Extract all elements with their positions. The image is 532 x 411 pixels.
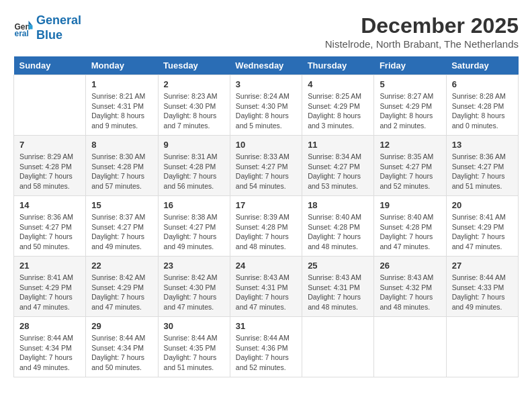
day-info: Sunrise: 8:43 AMSunset: 4:32 PMDaylight:… <box>380 273 440 312</box>
day-info: Sunrise: 8:41 AMSunset: 4:29 PMDaylight:… <box>19 273 80 312</box>
day-cell: 19Sunrise: 8:40 AMSunset: 4:28 PMDayligh… <box>374 196 446 257</box>
day-number: 9 <box>164 140 224 150</box>
day-number: 23 <box>164 261 224 271</box>
day-info: Sunrise: 8:35 AMSunset: 4:27 PMDaylight:… <box>380 152 440 191</box>
day-cell <box>14 75 86 136</box>
day-info: Sunrise: 8:41 AMSunset: 4:29 PMDaylight:… <box>452 212 513 252</box>
day-info: Sunrise: 8:25 AMSunset: 4:29 PMDaylight:… <box>308 91 368 131</box>
day-cell: 2Sunrise: 8:23 AMSunset: 4:30 PMDaylight… <box>158 75 230 136</box>
day-cell: 4Sunrise: 8:25 AMSunset: 4:29 PMDaylight… <box>302 75 374 136</box>
day-info: Sunrise: 8:43 AMSunset: 4:31 PMDaylight:… <box>236 273 296 312</box>
day-cell: 8Sunrise: 8:30 AMSunset: 4:28 PMDaylight… <box>86 136 158 196</box>
day-info: Sunrise: 8:42 AMSunset: 4:30 PMDaylight:… <box>164 273 224 312</box>
day-cell: 23Sunrise: 8:42 AMSunset: 4:30 PMDayligh… <box>158 257 230 317</box>
day-number: 1 <box>91 79 152 89</box>
day-number: 22 <box>91 261 152 271</box>
day-info: Sunrise: 8:40 AMSunset: 4:28 PMDaylight:… <box>380 212 440 252</box>
day-cell: 10Sunrise: 8:33 AMSunset: 4:27 PMDayligh… <box>230 136 302 196</box>
week-row-5: 28Sunrise: 8:44 AMSunset: 4:34 PMDayligh… <box>14 317 519 377</box>
day-number: 16 <box>164 200 224 210</box>
day-info: Sunrise: 8:40 AMSunset: 4:28 PMDaylight:… <box>308 212 368 252</box>
page-header: Gen eral General Blue December 2025 Nist… <box>13 13 519 50</box>
day-cell: 6Sunrise: 8:28 AMSunset: 4:28 PMDaylight… <box>446 75 518 136</box>
day-number: 7 <box>19 140 80 150</box>
logo: Gen eral General Blue <box>13 13 81 42</box>
day-cell <box>374 317 446 377</box>
day-number: 6 <box>452 79 513 89</box>
day-info: Sunrise: 8:44 AMSunset: 4:34 PMDaylight:… <box>19 333 80 373</box>
day-cell: 17Sunrise: 8:39 AMSunset: 4:28 PMDayligh… <box>230 196 302 257</box>
day-cell <box>446 317 518 377</box>
header-tuesday: Tuesday <box>158 56 230 75</box>
day-info: Sunrise: 8:39 AMSunset: 4:28 PMDaylight:… <box>236 212 296 252</box>
day-info: Sunrise: 8:44 AMSunset: 4:33 PMDaylight:… <box>452 273 513 312</box>
day-number: 3 <box>236 79 296 89</box>
day-number: 19 <box>380 200 440 210</box>
logo-text-line1: General <box>36 13 81 28</box>
day-number: 2 <box>164 79 224 89</box>
day-number: 15 <box>91 200 152 210</box>
day-cell: 12Sunrise: 8:35 AMSunset: 4:27 PMDayligh… <box>374 136 446 196</box>
calendar-table: SundayMondayTuesdayWednesdayThursdayFrid… <box>13 56 519 377</box>
day-info: Sunrise: 8:21 AMSunset: 4:31 PMDaylight:… <box>91 91 152 131</box>
week-row-4: 21Sunrise: 8:41 AMSunset: 4:29 PMDayligh… <box>14 257 519 317</box>
day-info: Sunrise: 8:24 AMSunset: 4:30 PMDaylight:… <box>236 91 296 131</box>
day-cell: 14Sunrise: 8:36 AMSunset: 4:27 PMDayligh… <box>14 196 86 257</box>
day-cell: 1Sunrise: 8:21 AMSunset: 4:31 PMDaylight… <box>86 75 158 136</box>
day-cell: 16Sunrise: 8:38 AMSunset: 4:27 PMDayligh… <box>158 196 230 257</box>
day-info: Sunrise: 8:36 AMSunset: 4:27 PMDaylight:… <box>452 152 513 191</box>
day-cell: 29Sunrise: 8:44 AMSunset: 4:34 PMDayligh… <box>86 317 158 377</box>
day-cell: 9Sunrise: 8:31 AMSunset: 4:28 PMDaylight… <box>158 136 230 196</box>
day-cell: 28Sunrise: 8:44 AMSunset: 4:34 PMDayligh… <box>14 317 86 377</box>
day-cell: 13Sunrise: 8:36 AMSunset: 4:27 PMDayligh… <box>446 136 518 196</box>
day-number: 27 <box>452 261 513 271</box>
week-row-3: 14Sunrise: 8:36 AMSunset: 4:27 PMDayligh… <box>14 196 519 257</box>
day-info: Sunrise: 8:44 AMSunset: 4:35 PMDaylight:… <box>164 333 224 373</box>
day-cell: 30Sunrise: 8:44 AMSunset: 4:35 PMDayligh… <box>158 317 230 377</box>
day-cell <box>302 317 374 377</box>
day-number: 29 <box>91 321 152 331</box>
day-number: 25 <box>308 261 368 271</box>
day-info: Sunrise: 8:37 AMSunset: 4:27 PMDaylight:… <box>91 212 152 252</box>
day-info: Sunrise: 8:23 AMSunset: 4:30 PMDaylight:… <box>164 91 224 131</box>
weekday-header-row: SundayMondayTuesdayWednesdayThursdayFrid… <box>14 56 519 75</box>
day-info: Sunrise: 8:31 AMSunset: 4:28 PMDaylight:… <box>164 152 224 191</box>
month-title: December 2025 <box>325 13 519 38</box>
title-block: December 2025 Nistelrode, North Brabant,… <box>325 13 519 50</box>
week-row-2: 7Sunrise: 8:29 AMSunset: 4:28 PMDaylight… <box>14 136 519 196</box>
day-number: 11 <box>308 140 368 150</box>
day-info: Sunrise: 8:36 AMSunset: 4:27 PMDaylight:… <box>19 212 80 252</box>
day-number: 10 <box>236 140 296 150</box>
day-cell: 5Sunrise: 8:27 AMSunset: 4:29 PMDaylight… <box>374 75 446 136</box>
day-cell: 18Sunrise: 8:40 AMSunset: 4:28 PMDayligh… <box>302 196 374 257</box>
location-subtitle: Nistelrode, North Brabant, The Netherlan… <box>325 38 519 50</box>
day-cell: 11Sunrise: 8:34 AMSunset: 4:27 PMDayligh… <box>302 136 374 196</box>
day-number: 12 <box>380 140 440 150</box>
header-thursday: Thursday <box>302 56 374 75</box>
day-number: 26 <box>380 261 440 271</box>
header-monday: Monday <box>86 56 158 75</box>
header-friday: Friday <box>374 56 446 75</box>
day-info: Sunrise: 8:28 AMSunset: 4:28 PMDaylight:… <box>452 91 513 131</box>
day-number: 13 <box>452 140 513 150</box>
day-info: Sunrise: 8:38 AMSunset: 4:27 PMDaylight:… <box>164 212 224 252</box>
day-cell: 24Sunrise: 8:43 AMSunset: 4:31 PMDayligh… <box>230 257 302 317</box>
day-cell: 21Sunrise: 8:41 AMSunset: 4:29 PMDayligh… <box>14 257 86 317</box>
day-cell: 3Sunrise: 8:24 AMSunset: 4:30 PMDaylight… <box>230 75 302 136</box>
week-row-1: 1Sunrise: 8:21 AMSunset: 4:31 PMDaylight… <box>14 75 519 136</box>
day-info: Sunrise: 8:43 AMSunset: 4:31 PMDaylight:… <box>308 273 368 312</box>
day-number: 30 <box>164 321 224 331</box>
day-number: 20 <box>452 200 513 210</box>
day-cell: 26Sunrise: 8:43 AMSunset: 4:32 PMDayligh… <box>374 257 446 317</box>
day-info: Sunrise: 8:29 AMSunset: 4:28 PMDaylight:… <box>19 152 80 191</box>
day-cell: 15Sunrise: 8:37 AMSunset: 4:27 PMDayligh… <box>86 196 158 257</box>
day-number: 17 <box>236 200 296 210</box>
day-info: Sunrise: 8:30 AMSunset: 4:28 PMDaylight:… <box>91 152 152 191</box>
logo-text-line2: Blue <box>36 28 81 43</box>
day-number: 24 <box>236 261 296 271</box>
day-number: 18 <box>308 200 368 210</box>
day-info: Sunrise: 8:44 AMSunset: 4:34 PMDaylight:… <box>91 333 152 373</box>
day-info: Sunrise: 8:42 AMSunset: 4:29 PMDaylight:… <box>91 273 152 312</box>
day-number: 21 <box>19 261 80 271</box>
day-number: 8 <box>91 140 152 150</box>
